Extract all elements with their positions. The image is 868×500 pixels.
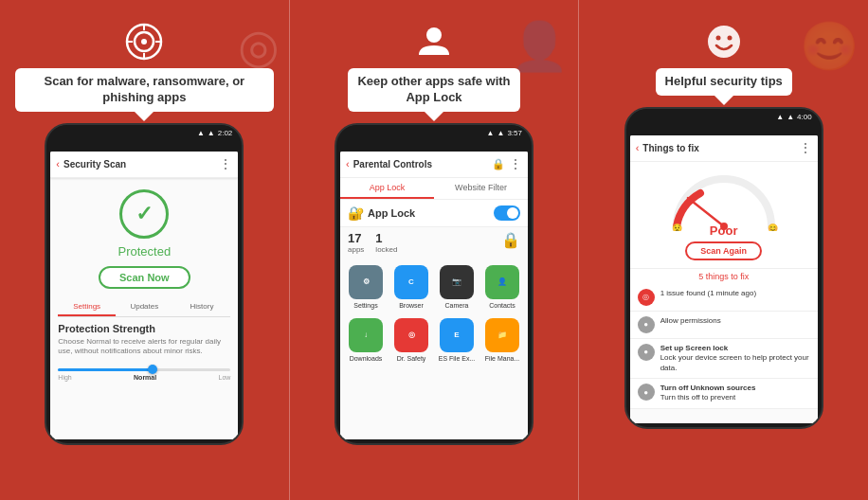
app-item-downloads[interactable]: ↓ Downloads [344,314,388,366]
issue-row-4: ● Turn off Unknown sources Turn this off… [630,379,818,409]
smiley-icon [703,21,745,62]
issue-text-3: Set up Screen lock Lock your device scre… [660,344,810,373]
phone-mockup-1: ▲ ▲ 2:02 ‹ Security Scan ⋮ ✓ Protected S… [45,123,244,445]
menu-icon-3[interactable]: ⋮ [799,140,812,155]
app-name-contacts: Contacts [489,302,515,309]
app-item-filemanager[interactable]: 📁 File Mana... [480,314,524,366]
signal-icon-2: ▲ [497,129,505,137]
tab-history[interactable]: History [173,298,231,316]
screen2-tabs: App Lock Website Filter [340,178,528,200]
screen1-main: ✓ Protected Scan Now Settings Updates Hi… [50,178,238,388]
locked-count: 1 [375,231,397,245]
gauge-svg: 😟 😊 [667,170,781,231]
app-item-contacts[interactable]: 👤 Contacts [480,261,524,312]
app-name-browser: Browser [399,302,424,309]
protected-label: Protected [118,244,172,259]
label-normal: Normal [134,374,156,381]
app-name-drsafety: Dr. Safety [397,355,426,362]
target-icon [123,21,165,62]
applock-toggle[interactable] [494,205,520,221]
app-name-camera: Camera [445,302,469,309]
app-item-drsafety[interactable]: ◎ Dr. Safety [389,314,433,366]
app-name-esfile: ES File Ex... [439,355,476,362]
panel2-callout: Keep other apps safe withApp Lock [348,68,519,112]
applock-icon: 🔐 [348,205,364,221]
appbar-3: ‹ Things to fix ⋮ [630,135,818,162]
back-button-3[interactable]: ‹ [636,142,640,153]
app-item-settings[interactable]: ⚙ Settings [344,261,388,312]
slider-labels: High Normal Low [58,374,230,381]
svg-point-9 [715,36,720,41]
applock-row: 🔐 App Lock [340,200,528,227]
screen2-content-wrapper: ‹ Parental Controls 🔒 ⋮ App Lock Website… [340,152,528,439]
screen1-tabs: Settings Updates History [58,298,230,317]
tab-website-filter[interactable]: Website Filter [434,178,528,199]
app-name-filemanager: File Mana... [485,355,520,362]
stat-apps: 17 apps [348,231,364,254]
apps-count: 17 [348,231,364,245]
protection-strength-desc: Choose Normal to receive alerts for regu… [58,337,230,357]
svg-point-2 [141,39,147,45]
wifi-icon: ▲ [197,129,205,137]
app-name-settings: Settings [353,302,377,309]
screen1-content-wrapper: ‹ Security Scan ⋮ ✓ Protected Scan Now S… [50,152,238,439]
appbar-title-2: Parental Controls [353,159,492,170]
svg-text:😊: 😊 [768,223,779,231]
app-grid: ⚙ Settings C Browser 📷 Camera 👤 Contacts [340,258,528,369]
app-item-camera[interactable]: 📷 Camera [435,261,479,312]
phone-mockup-3: ▲ ▲ 4:00 ‹ Things to fix ⋮ [624,107,823,429]
menu-icon-2[interactable]: ⋮ [509,156,522,171]
issue-icon-3: ● [638,344,655,361]
app-icon-camera: 📷 [440,265,474,299]
back-button-2[interactable]: ‹ [346,158,350,170]
stat-locked: 1 locked [375,231,397,254]
lock-badge-icon: 🔒 [501,231,520,254]
app-icon-esfile: E [440,318,474,352]
scan-now-button[interactable]: Scan Now [99,266,190,289]
protection-slider[interactable]: High Normal Low [58,368,230,381]
svg-point-7 [426,27,442,43]
time-display-1: 2:02 [218,129,233,137]
appbar-1: ‹ Security Scan ⋮ [50,152,238,178]
issue-row-1: ◎ 1 issue found (1 minute ago) [630,284,818,312]
app-icon-settings: ⚙ [349,265,383,299]
app-icon-drsafety: ◎ [394,318,428,352]
applock-label: App Lock [368,207,494,219]
things-to-fix-count: 5 things to fix [630,269,818,284]
svg-text:😟: 😟 [672,223,683,231]
panel3-title: Helpful security tips [665,74,783,90]
signal-icon-3: ▲ [787,113,794,121]
slider-thumb[interactable] [148,365,157,374]
app-icon-contacts: 👤 [485,265,519,299]
label-low: Low [218,374,230,381]
checkmark-icon: ✓ [136,202,153,226]
app-icon-browser: C [394,265,428,299]
app-item-esfile[interactable]: E ES File Ex... [435,314,479,366]
gauge-status-label: Poor [710,223,738,238]
app-item-browser[interactable]: C Browser [389,261,433,312]
time-display-2: 3:57 [507,129,522,137]
scan-again-button[interactable]: Scan Again [685,241,762,260]
issue-row-3: ● Set up Screen lock Lock your device sc… [630,339,818,379]
tab-applock[interactable]: App Lock [340,178,434,199]
status-bar-2: ▲ ▲ 3:57 [340,125,528,142]
time-display-3: 4:00 [797,113,812,121]
issue-text-2: Allow permissions [660,316,721,326]
issue-row-2: ● Allow permissions [630,312,818,339]
menu-icon-1[interactable]: ⋮ [219,156,232,171]
appbar-2: ‹ Parental Controls 🔒 ⋮ [340,152,528,178]
signal-icon: ▲ [208,129,215,137]
issue-icon-4: ● [638,384,655,401]
tab-settings[interactable]: Settings [58,298,116,316]
tab-updates[interactable]: Updates [116,298,173,316]
slider-fill [58,368,153,371]
status-bar-1: ▲ ▲ 2:02 [50,125,238,142]
screen-1: ‹ Security Scan ⋮ ✓ Protected Scan Now S… [50,152,238,439]
issue-icon-2: ● [638,316,655,333]
issue-text-4: Turn off Unknown sources Turn this off t… [660,384,756,403]
back-button-1[interactable]: ‹ [56,158,60,170]
wifi-icon-2: ▲ [487,129,495,137]
svg-point-10 [727,36,732,41]
panel-applock: 👤 Keep other apps safe withApp Lock ▲ ▲ … [290,0,579,500]
issue-icon-1: ◎ [638,289,655,306]
